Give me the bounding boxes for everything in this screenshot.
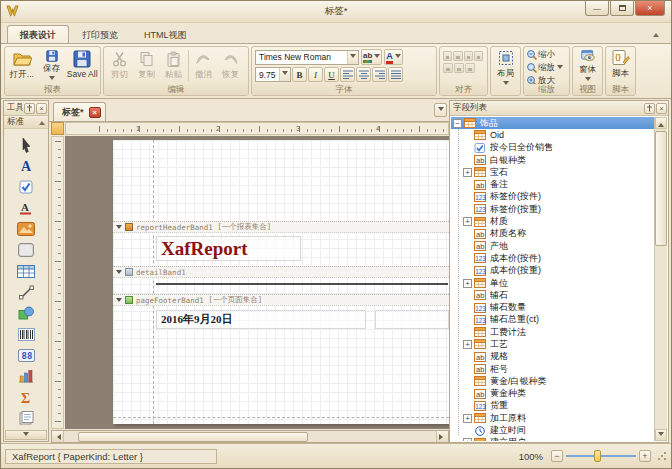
highlight-color-button[interactable]: ab [361, 49, 382, 65]
report-page[interactable]: reportHeaderBand1 [一个报表集合] XafReport det… [113, 140, 449, 424]
align-rights-button[interactable] [464, 51, 473, 61]
band-detail[interactable]: detailBand1 [113, 266, 449, 278]
save-all-button[interactable]: Save All [66, 48, 98, 83]
resize-grip[interactable] [657, 451, 667, 461]
fieldlist-item[interactable]: ab材质名称 [451, 228, 654, 240]
scroll-left-icon[interactable] [52, 431, 64, 442]
layout-button[interactable]: 布局 [491, 47, 520, 93]
tree-expander-icon[interactable]: + [463, 279, 472, 288]
footer-date-label[interactable]: 2016年9月20日 [156, 310, 366, 329]
copy-button[interactable]: 复制 [133, 48, 160, 83]
fieldlist-item[interactable]: ab规格 [451, 351, 654, 363]
tab-print-preview[interactable]: 打印预览 [69, 25, 131, 43]
fieldlist-close-icon[interactable]: × [656, 103, 667, 114]
fieldlist-item[interactable]: ab黄金种类 [451, 388, 654, 400]
fieldlist-item[interactable]: 按今日全价销售 [451, 142, 654, 154]
align-right-button[interactable] [372, 67, 387, 82]
fieldlist-item[interactable]: +加工原料 [451, 412, 654, 424]
band-report-header[interactable]: reportHeaderBand1 [一个报表集合] [113, 221, 449, 233]
horizontal-ruler[interactable]: 1234 [65, 122, 449, 135]
fieldlist-item[interactable]: +单位 [451, 277, 654, 289]
align-lefts-button[interactable] [443, 51, 452, 61]
scroll-up-icon[interactable] [655, 117, 667, 129]
tab-report-design[interactable]: 报表设计 [7, 25, 69, 43]
tree-expander-icon[interactable]: + [463, 217, 472, 226]
fieldlist-item[interactable]: ab柜号 [451, 363, 654, 375]
save-button[interactable]: 保存 [37, 48, 67, 83]
tool-barcode[interactable] [14, 324, 38, 344]
tool-label[interactable]: A [14, 156, 38, 176]
tree-expander-icon[interactable]: + [463, 438, 472, 441]
tool-chart[interactable] [14, 366, 38, 386]
document-close-icon[interactable]: × [89, 107, 101, 118]
hscroll-thumb[interactable] [78, 432, 308, 442]
tree-expander-icon[interactable]: + [463, 168, 472, 177]
tree-expander-icon[interactable]: − [453, 119, 462, 128]
scroll-down-icon[interactable] [655, 429, 667, 441]
bold-button[interactable]: B [292, 67, 307, 82]
toolbox-close-icon[interactable]: × [36, 103, 47, 114]
fieldlist-item[interactable]: 123辅石数量 [451, 301, 654, 313]
ribbon-collapse-button[interactable] [649, 28, 663, 40]
align-justify-button[interactable] [388, 67, 403, 82]
scroll-right-icon[interactable] [436, 431, 448, 442]
fieldlist-pin-icon[interactable] [644, 103, 655, 114]
italic-button[interactable]: I [308, 67, 323, 82]
zoom-out-button[interactable]: 缩小 [526, 48, 567, 61]
designer-horizontal-scrollbar[interactable] [51, 430, 449, 443]
fieldlist-item[interactable]: 黄金/白银种类 [451, 375, 654, 387]
tool-line[interactable] [14, 282, 38, 302]
tree-expander-icon[interactable]: + [463, 340, 472, 349]
vscroll-thumb[interactable] [655, 131, 667, 246]
fieldlist-item[interactable]: 建立时间 [451, 424, 654, 436]
tool-pointer[interactable] [14, 135, 38, 155]
detail-line-control[interactable] [156, 283, 448, 285]
font-size-dropdown-icon[interactable] [279, 68, 290, 81]
tool-table[interactable] [14, 261, 38, 281]
align-left-button[interactable] [340, 67, 355, 82]
fieldlist-item[interactable]: 123成本价(按重) [451, 265, 654, 277]
script-button[interactable]: {} 脚本 [606, 47, 635, 84]
align-tops-button[interactable] [474, 51, 483, 61]
font-size-combo[interactable]: 9.75 [255, 67, 291, 82]
vertical-ruler[interactable] [51, 136, 64, 429]
fieldlist-item[interactable]: 工费计法 [451, 326, 654, 338]
zoom-slider[interactable] [566, 455, 636, 457]
align-middles-button[interactable] [443, 63, 453, 73]
redo-button[interactable]: 恢复 [217, 48, 244, 83]
fieldlist-item[interactable]: +工艺 [451, 338, 654, 350]
design-canvas[interactable]: reportHeaderBand1 [一个报表集合] XafReport det… [65, 136, 449, 429]
tool-shape[interactable] [14, 303, 38, 323]
zoom-slider-thumb[interactable] [594, 450, 601, 462]
tool-panel[interactable] [14, 240, 38, 260]
fieldlist-item[interactable]: +宝石 [451, 166, 654, 178]
zoom-button[interactable]: 缩放 [526, 61, 567, 74]
report-title-label[interactable]: XafReport [156, 236, 301, 261]
tool-gauge[interactable]: 88 [14, 345, 38, 365]
ruler-corner[interactable] [51, 122, 64, 135]
tree-expander-icon[interactable]: + [463, 414, 472, 423]
tool-check-box[interactable] [14, 177, 38, 197]
fieldlist-item[interactable]: −饰品 [451, 117, 654, 129]
band-page-footer[interactable]: pageFooterBand1 [一个页面集合] [113, 294, 449, 306]
document-list-dropdown[interactable] [434, 103, 447, 117]
fieldlist-scrollbar[interactable] [654, 117, 667, 441]
fieldlist-item[interactable]: ab白银种类 [451, 154, 654, 166]
fieldlist-item[interactable]: 123辅石总重(ct) [451, 314, 654, 326]
toolbox-category-standard[interactable]: 标准 [4, 116, 48, 129]
tool-page-info[interactable] [14, 408, 38, 428]
band-collapse-icon[interactable] [116, 225, 122, 232]
minimize-button[interactable]: — [585, 1, 609, 16]
font-color-button[interactable]: A [384, 49, 403, 65]
cut-button[interactable]: 剪切 [106, 48, 133, 83]
toolbox-scroll-down-button[interactable] [5, 430, 47, 440]
align-center-button[interactable] [356, 67, 371, 82]
fieldlist-item[interactable]: Oid [451, 129, 654, 141]
windows-button[interactable]: 窗体 [573, 47, 602, 84]
tool-pivot-grid[interactable]: Σ [14, 387, 38, 407]
fieldlist-item[interactable]: 123标签价(按重) [451, 203, 654, 215]
footer-empty-label[interactable] [375, 310, 449, 329]
align-bottoms-button[interactable] [454, 63, 464, 73]
fieldlist-item[interactable]: 123货重 [451, 400, 654, 412]
paste-button[interactable]: 粘贴 [160, 48, 187, 83]
